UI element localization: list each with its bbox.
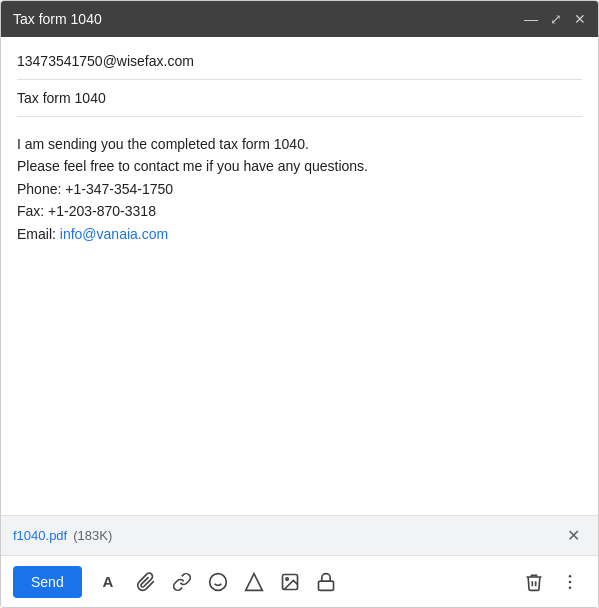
email-subject: Tax form 1040 — [17, 90, 106, 106]
emoji-button[interactable] — [202, 566, 234, 598]
svg-marker-4 — [245, 573, 262, 590]
body-line5: Email: info@vanaia.com — [17, 223, 582, 245]
email-body: I am sending you the completed tax form … — [17, 133, 582, 245]
svg-point-1 — [209, 573, 226, 590]
recipient-row: 13473541750@wisefax.com — [17, 53, 582, 80]
font-format-button[interactable]: A — [94, 566, 126, 598]
svg-point-8 — [569, 574, 572, 577]
paperclip-icon — [136, 572, 156, 592]
google-drive-button[interactable] — [238, 566, 270, 598]
attachment-info: f1040.pdf (183K) — [13, 528, 112, 543]
send-button[interactable]: Send — [13, 566, 82, 598]
window-title: Tax form 1040 — [13, 11, 102, 27]
svg-text:A: A — [102, 573, 113, 590]
emoji-icon — [208, 572, 228, 592]
subject-row: Tax form 1040 — [17, 90, 582, 117]
minimize-button[interactable]: — — [524, 12, 538, 26]
maximize-button[interactable]: ⤢ — [550, 12, 562, 26]
more-vert-icon — [560, 572, 580, 592]
compose-toolbar: Send A — [1, 555, 598, 607]
confidential-button[interactable] — [310, 566, 342, 598]
email-link[interactable]: info@vanaia.com — [60, 226, 168, 242]
close-button[interactable]: ✕ — [574, 12, 586, 26]
drive-icon — [244, 572, 264, 592]
body-line1: I am sending you the completed tax form … — [17, 133, 582, 155]
title-bar: Tax form 1040 — ⤢ ✕ — [1, 1, 598, 37]
delete-draft-button[interactable] — [518, 566, 550, 598]
attachment-bar: f1040.pdf (183K) ✕ — [1, 515, 598, 555]
body-line4: Fax: +1-203-870-3318 — [17, 200, 582, 222]
lock-icon — [316, 572, 336, 592]
attach-file-button[interactable] — [130, 566, 162, 598]
svg-rect-7 — [318, 581, 333, 590]
email-content: 13473541750@wisefax.com Tax form 1040 I … — [1, 37, 598, 515]
insert-link-button[interactable] — [166, 566, 198, 598]
body-line2: Please feel free to contact me if you ha… — [17, 155, 582, 177]
window-controls: — ⤢ ✕ — [524, 12, 586, 26]
attachment-remove-button[interactable]: ✕ — [561, 524, 586, 547]
toolbar-right — [518, 566, 586, 598]
body-line5-prefix: Email: — [17, 226, 60, 242]
link-icon — [172, 572, 192, 592]
svg-point-10 — [569, 586, 572, 589]
body-line3: Phone: +1-347-354-1750 — [17, 178, 582, 200]
attachment-filename[interactable]: f1040.pdf — [13, 528, 67, 543]
svg-point-9 — [569, 580, 572, 583]
compose-window: Tax form 1040 — ⤢ ✕ 13473541750@wisefax.… — [0, 0, 599, 608]
photo-icon — [280, 572, 300, 592]
trash-icon — [524, 572, 544, 592]
insert-photo-button[interactable] — [274, 566, 306, 598]
more-options-button[interactable] — [554, 566, 586, 598]
recipient-address: 13473541750@wisefax.com — [17, 53, 194, 69]
font-icon: A — [100, 572, 120, 592]
attachment-size: (183K) — [73, 528, 112, 543]
svg-point-6 — [286, 577, 289, 580]
toolbar-left: Send A — [13, 566, 342, 598]
